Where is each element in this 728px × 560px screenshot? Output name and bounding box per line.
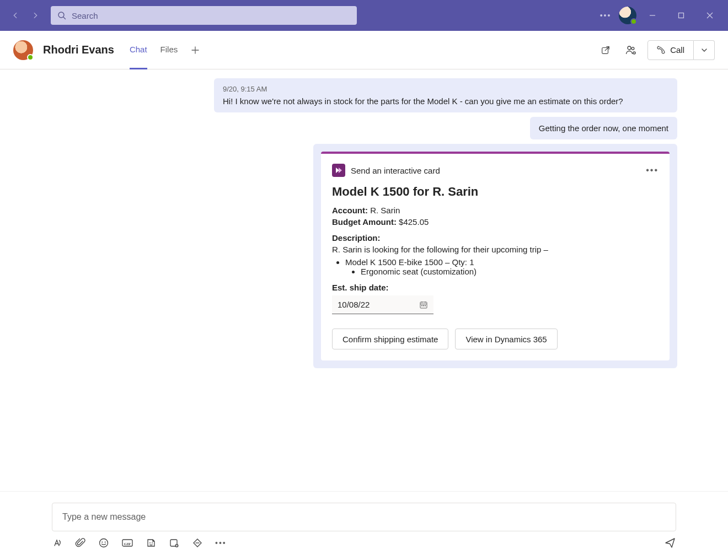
format-button[interactable] [52,537,63,548]
tab-files[interactable]: Files [160,31,178,69]
window-close-button[interactable] [697,6,722,25]
actions-button[interactable] [169,537,180,548]
card-app-label: Send an interactive card [351,166,440,175]
card-title: Model K 1500 for R. Sarin [332,185,659,199]
adaptive-card: Send an interactive card ••• Model K 150… [321,152,670,360]
svg-point-15 [100,539,108,547]
sticker-button[interactable] [146,537,157,548]
me-avatar[interactable] [619,7,636,24]
svg-text:GIF: GIF [124,542,131,546]
add-people-button[interactable] [622,41,640,59]
stream-button[interactable] [192,537,203,548]
contact-avatar[interactable] [13,40,33,60]
svg-rect-14 [425,305,426,306]
compose-input[interactable] [61,511,667,523]
forward-button[interactable] [25,6,45,25]
svg-point-0 [58,12,64,18]
send-button[interactable] [664,537,676,549]
shipdate-value: 10/08/22 [338,300,370,309]
search-icon [57,11,66,20]
message-outgoing: Getting the order now, one moment [530,117,677,139]
svg-point-17 [105,542,106,543]
svg-point-16 [101,542,103,543]
message-text: Getting the order now, one moment [539,123,668,133]
message-text: Hi! I know we're not always in stock for… [223,96,668,106]
description-label: Description: [332,233,659,243]
title-bar: ••• [0,0,728,31]
svg-rect-13 [423,305,424,306]
add-tab-button[interactable] [191,46,200,55]
window-minimize-button[interactable] [640,6,665,25]
message-timestamp: 9/20, 9:15 AM [223,85,668,93]
svg-line-1 [63,17,66,19]
message-incoming: 9/20, 9:15 AM Hi! I know we're not alway… [214,78,677,112]
adaptive-card-container: Send an interactive card ••• Model K 150… [313,144,677,368]
confirm-shipping-button[interactable]: Confirm shipping estimate [332,329,448,349]
search-input[interactable] [71,10,350,21]
view-in-dynamics-button[interactable]: View in Dynamics 365 [455,329,557,349]
svg-point-6 [631,47,634,50]
more-compose-button[interactable]: ••• [215,539,227,547]
svg-point-20 [149,542,151,543]
svg-rect-3 [679,13,684,18]
account-label: Account: [332,206,368,215]
more-button[interactable]: ••• [596,6,615,25]
card-more-button[interactable]: ••• [646,165,659,175]
search-box[interactable] [51,6,357,25]
contact-name: Rhodri Evans [43,44,114,56]
call-label: Call [670,45,684,55]
presence-available-icon [630,18,637,25]
list-item: Model K 1500 E-bike 1500 – Qty: 1 Ergono… [345,257,659,276]
svg-rect-12 [421,305,422,306]
emoji-button[interactable] [98,537,109,548]
budget-value: $425.05 [399,217,429,227]
description-text: R. Sarin is looking for the following fo… [332,245,659,254]
shipdate-input[interactable]: 10/08/22 [332,295,433,314]
shipdate-label: Est. ship date: [332,283,659,292]
budget-label: Budget Amount: [332,217,397,227]
call-dropdown-button[interactable] [694,40,715,60]
compose-toolbar: GIF ••• [52,537,676,549]
chat-tabs: Chat Files [130,31,200,69]
back-button[interactable] [6,6,25,25]
chat-header: Rhodri Evans Chat Files Call [0,31,728,69]
phone-icon [657,46,666,55]
account-value: R. Sarin [370,206,400,215]
power-automate-icon [332,164,345,177]
message-list: 9/20, 9:15 AM Hi! I know we're not alway… [0,69,728,494]
attach-button[interactable] [75,537,86,548]
compose-box[interactable] [52,503,676,531]
presence-available-icon [27,54,34,61]
window-maximize-button[interactable] [668,6,694,25]
chevron-down-icon [701,47,708,53]
list-item: Ergonomic seat (customization) [361,267,659,276]
svg-point-5 [628,46,631,50]
tab-chat[interactable]: Chat [130,31,147,69]
description-items: Model K 1500 E-bike 1500 – Qty: 1 Ergono… [332,257,659,276]
popout-button[interactable] [597,41,614,59]
svg-point-21 [152,542,153,543]
compose-area: GIF ••• [0,491,728,560]
gif-button[interactable]: GIF [121,537,133,548]
call-button[interactable]: Call [647,40,694,60]
calendar-icon [419,300,428,309]
